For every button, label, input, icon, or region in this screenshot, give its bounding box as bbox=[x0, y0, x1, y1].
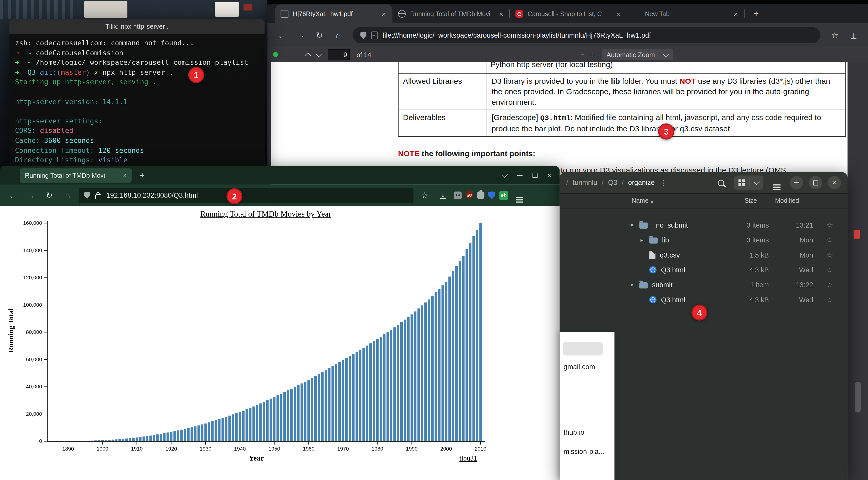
expander-icon[interactable]: ▾ bbox=[630, 282, 640, 288]
sidebar-toggle-icon[interactable] bbox=[273, 52, 278, 57]
star-icon[interactable]: ☆ bbox=[827, 296, 833, 304]
file-row[interactable]: Q3.html4.3 kBWed☆ bbox=[560, 262, 847, 277]
home-button[interactable]: ⌂ bbox=[60, 188, 75, 202]
maximize-button[interactable] bbox=[809, 176, 822, 189]
folder-icon bbox=[640, 282, 648, 289]
pdf-table-content: D3 library is provided to you in the lib… bbox=[487, 74, 845, 110]
shield-extension-icon[interactable] bbox=[488, 191, 495, 199]
lock-icon[interactable] bbox=[95, 194, 101, 199]
view-toggle-button[interactable] bbox=[734, 176, 764, 190]
desktop: Hj76RtyXaL_hw1.pdf×Running Total of TMDb… bbox=[0, 0, 868, 480]
previous-page-button[interactable] bbox=[306, 52, 310, 57]
bar bbox=[221, 418, 224, 441]
star-icon[interactable]: ☆ bbox=[827, 236, 833, 244]
current-folder-menu-icon[interactable]: ⋮ bbox=[659, 178, 669, 187]
tab-close-icon[interactable]: × bbox=[381, 10, 387, 18]
bar bbox=[386, 332, 389, 441]
browser-tab[interactable]: New Tab× bbox=[627, 4, 744, 23]
file-row[interactable]: ▾_no_submit3 items13:21☆ bbox=[560, 218, 847, 233]
expander-icon[interactable]: ▸ bbox=[641, 237, 649, 243]
star-icon[interactable]: ☆ bbox=[827, 221, 833, 229]
back-button[interactable]: ← bbox=[6, 188, 20, 202]
bar bbox=[242, 411, 245, 441]
file-row[interactable]: q3.csv1.5 kBMon☆ bbox=[560, 247, 847, 262]
back-button[interactable]: ← bbox=[274, 27, 289, 43]
zoom-select[interactable]: Automatic Zoom bbox=[601, 49, 673, 60]
minimize-button[interactable] bbox=[790, 176, 803, 189]
extensions-puzzle-icon[interactable] bbox=[477, 191, 484, 199]
minimize-button[interactable] bbox=[517, 175, 522, 176]
firefox-titlebar[interactable]: Running Total of TMDb Movi × + × bbox=[0, 166, 560, 184]
new-tab-button[interactable]: + bbox=[749, 7, 763, 21]
chrome-url-bar[interactable]: file:///home/logic/_workspace/carousell-… bbox=[353, 27, 820, 43]
star-icon[interactable]: ☆ bbox=[827, 251, 833, 259]
breadcrumb-item[interactable]: Q3 bbox=[608, 179, 617, 187]
menu-button[interactable] bbox=[512, 188, 526, 202]
file-row[interactable]: Q3.html4.3 kBWed☆ bbox=[560, 292, 847, 307]
terminal-body[interactable]: zsh: codecarosuellcom: command not found… bbox=[9, 34, 265, 181]
tampermonkey-extension-icon[interactable] bbox=[454, 191, 462, 199]
y-tick-label: 60,000 bbox=[26, 356, 42, 362]
terminal-titlebar[interactable]: Tilix: npx http-server . bbox=[9, 20, 265, 34]
star-icon[interactable]: ☆ bbox=[827, 266, 833, 274]
maximize-button[interactable] bbox=[532, 173, 537, 178]
wallpaper-detail bbox=[84, 1, 127, 18]
search-icon[interactable] bbox=[713, 176, 728, 190]
zoom-in-button[interactable]: + bbox=[591, 51, 595, 58]
bookmark-star-icon[interactable]: ☆ bbox=[827, 27, 843, 43]
forward-button[interactable]: → bbox=[24, 188, 38, 202]
close-button[interactable]: × bbox=[828, 176, 841, 189]
bar bbox=[252, 407, 255, 441]
bookmark-star-icon[interactable]: ☆ bbox=[417, 188, 432, 202]
bar bbox=[208, 422, 210, 441]
chart-credit-link[interactable]: tlou31 bbox=[460, 454, 477, 462]
scrollbar-thumb[interactable] bbox=[855, 382, 861, 413]
breadcrumb-item[interactable]: organize bbox=[628, 179, 655, 187]
next-page-button[interactable] bbox=[317, 52, 321, 57]
home-button[interactable]: ⌂ bbox=[331, 27, 346, 43]
list-all-tabs-icon[interactable] bbox=[502, 171, 508, 177]
tab-close-icon[interactable]: × bbox=[498, 10, 504, 18]
file-row[interactable]: ▾submit1 item13:22☆ bbox=[560, 277, 847, 292]
column-header-name[interactable]: Name▴ bbox=[632, 197, 653, 204]
ublock-extension-icon[interactable]: uO bbox=[466, 191, 473, 199]
reload-button[interactable]: ↻ bbox=[42, 188, 56, 202]
bar bbox=[479, 223, 482, 441]
zoom-out-button[interactable]: − bbox=[581, 51, 584, 58]
browser-tab[interactable]: Hj76RtyXaL_hw1.pdf× bbox=[275, 4, 393, 23]
breadcrumb-item[interactable]: tunmnlu bbox=[572, 179, 597, 187]
browser-tab[interactable]: CCarousell - Snap to List, C× bbox=[510, 4, 627, 23]
tracking-shield-icon[interactable] bbox=[84, 191, 90, 199]
tab-close-icon[interactable]: × bbox=[733, 10, 739, 18]
downloads-icon[interactable]: ↓ bbox=[846, 27, 861, 43]
firefox-tab[interactable]: Running Total of TMDb Movi × bbox=[20, 168, 132, 182]
pdf-text: Q3.html bbox=[540, 114, 570, 122]
column-header-size[interactable]: Size bbox=[745, 197, 757, 204]
tab-close-icon[interactable]: × bbox=[615, 10, 622, 18]
page-info-icon[interactable] bbox=[371, 31, 377, 39]
privacy-shield-icon[interactable] bbox=[361, 31, 367, 39]
terminal-text: /home/logic/_workspace/carousell-comissi… bbox=[32, 58, 248, 66]
tab-close-icon[interactable]: × bbox=[123, 172, 127, 178]
file-row[interactable]: ▸lib3 itemsMon☆ bbox=[560, 233, 847, 247]
forward-button[interactable]: → bbox=[293, 27, 308, 43]
new-tab-button[interactable]: + bbox=[135, 168, 150, 182]
file-manager-headerbar[interactable]: /tunmnlu/Q3/organize⋮ × bbox=[560, 172, 847, 194]
main-menu-button[interactable] bbox=[769, 176, 784, 190]
column-header-modified[interactable]: Modified bbox=[775, 197, 799, 204]
file-list: ▾_no_submit3 items13:21☆▸lib3 itemsMon☆q… bbox=[560, 218, 847, 307]
close-button[interactable]: × bbox=[547, 171, 552, 180]
bar bbox=[108, 440, 111, 441]
pdf-page-input[interactable] bbox=[328, 49, 350, 60]
file-size: 3 items bbox=[719, 236, 769, 244]
reload-button[interactable]: ↻ bbox=[312, 27, 328, 43]
tab-title: New Tab bbox=[645, 10, 728, 17]
downloads-icon[interactable]: ↓ bbox=[436, 188, 450, 202]
terminal-text: npx http-server . bbox=[98, 68, 173, 76]
bar-chart: 020,00040,00060,00080,000100,000120,0001… bbox=[0, 206, 560, 480]
expander-icon[interactable]: ▾ bbox=[630, 222, 640, 228]
eh-extension-icon[interactable]: eh bbox=[499, 191, 508, 200]
firefox-url-bar[interactable]: 192.168.10.232:8080/Q3.html bbox=[79, 187, 413, 203]
browser-tab[interactable]: Running Total of TMDb Movi× bbox=[393, 4, 509, 23]
star-icon[interactable]: ☆ bbox=[827, 280, 833, 289]
